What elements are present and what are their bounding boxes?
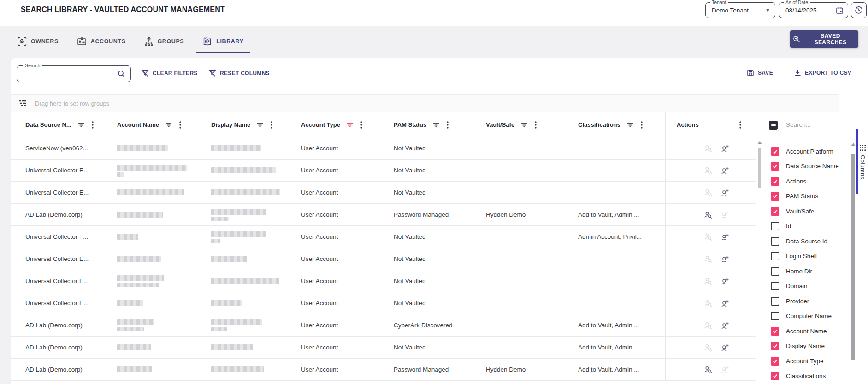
panel-scrollbar[interactable] <box>851 141 856 384</box>
person-add-icon[interactable] <box>720 255 729 263</box>
column-menu-icon[interactable] <box>739 121 741 129</box>
person-search-icon[interactable] <box>704 166 713 175</box>
person-add-icon[interactable] <box>720 299 729 307</box>
person-add-icon[interactable] <box>720 366 729 374</box>
person-add-icon[interactable] <box>720 144 729 153</box>
filter-icon[interactable] <box>627 122 633 128</box>
column-toggle-item[interactable]: Home Dir <box>771 266 850 276</box>
tab-library[interactable]: LIBRARY <box>196 31 249 53</box>
column-header-data-source[interactable]: Data Source N... <box>11 112 108 137</box>
export-csv-button[interactable]: EXPORT TO CSV <box>794 69 851 77</box>
column-menu-icon[interactable] <box>360 121 362 129</box>
column-header-account-type[interactable]: Account Type <box>292 112 386 137</box>
search-icon[interactable] <box>118 70 125 78</box>
person-search-icon[interactable] <box>704 233 713 241</box>
filter-icon[interactable] <box>78 122 84 128</box>
column-header-vault-safe[interactable]: Vault/Safe <box>478 112 571 137</box>
checkbox-icon[interactable] <box>771 147 779 156</box>
person-search-icon[interactable] <box>704 255 713 263</box>
calendar-icon[interactable] <box>836 6 844 14</box>
column-header-pam-status[interactable]: PAM Status <box>386 112 478 137</box>
checkbox-icon[interactable] <box>771 222 779 230</box>
column-menu-icon[interactable] <box>92 121 94 129</box>
column-toggle-item[interactable]: Account Name <box>771 326 850 336</box>
column-toggle-item[interactable]: Actions <box>771 177 850 186</box>
column-menu-icon[interactable] <box>535 121 537 129</box>
column-header-account-name[interactable]: Account Name <box>108 112 202 137</box>
column-toggle-item[interactable]: Data Source Name <box>771 162 850 171</box>
checkbox-icon[interactable] <box>771 237 779 246</box>
checkbox-icon[interactable] <box>771 312 779 320</box>
checkbox-icon[interactable] <box>771 342 779 350</box>
column-toggle-item[interactable]: Display Name <box>771 342 850 351</box>
person-search-icon[interactable] <box>704 299 713 307</box>
person-add-icon[interactable] <box>720 321 729 330</box>
reset-columns-button[interactable]: RESET COLUMNS <box>208 69 270 77</box>
person-search-icon[interactable] <box>704 321 713 330</box>
checkbox-icon[interactable] <box>771 162 779 171</box>
filter-icon[interactable] <box>257 122 263 128</box>
tab-owners[interactable]: OWNERS <box>12 31 65 53</box>
checkbox-icon[interactable] <box>771 267 779 276</box>
scroll-up-icon[interactable] <box>757 141 762 144</box>
column-toggle-item[interactable]: Id <box>771 222 850 231</box>
search-input[interactable] <box>17 71 118 77</box>
column-menu-icon[interactable] <box>179 121 181 129</box>
as-of-date-field[interactable]: As of Date 08/14/2025 <box>779 2 848 18</box>
person-add-icon[interactable] <box>720 343 729 352</box>
person-search-icon[interactable] <box>704 211 713 219</box>
column-toggle-item[interactable]: Login Shell <box>771 252 850 261</box>
row-group-panel[interactable]: Drag here to set row groups <box>11 94 839 112</box>
column-toggle-item[interactable]: Classifications <box>771 372 850 381</box>
checkbox-icon[interactable] <box>771 282 779 290</box>
column-toggle-item[interactable]: Provider <box>771 296 850 306</box>
person-add-icon[interactable] <box>720 211 729 219</box>
person-add-icon[interactable] <box>720 233 729 241</box>
column-menu-icon[interactable] <box>271 121 272 129</box>
person-add-icon[interactable] <box>720 166 729 175</box>
panel-scrollbar-thumb[interactable] <box>851 154 855 360</box>
column-header-actions[interactable]: Actions <box>665 112 756 137</box>
column-toggle-item[interactable]: PAM Status <box>771 192 850 201</box>
filter-icon[interactable] <box>521 122 527 128</box>
select-all-columns-checkbox[interactable] <box>769 121 778 130</box>
checkbox-icon[interactable] <box>771 372 779 380</box>
checkbox-icon[interactable] <box>771 192 779 201</box>
columns-panel-tab[interactable]: Columns <box>859 145 866 179</box>
column-toggle-item[interactable]: Account Type <box>771 356 850 366</box>
person-search-icon[interactable] <box>704 144 713 153</box>
table-scrollbar-thumb[interactable] <box>758 148 761 188</box>
person-add-icon[interactable] <box>720 277 729 285</box>
checkbox-icon[interactable] <box>771 177 779 186</box>
checkbox-icon[interactable] <box>771 207 779 216</box>
filter-icon[interactable] <box>433 122 439 128</box>
column-toggle-item[interactable]: Domain <box>771 282 850 291</box>
checkbox-icon[interactable] <box>771 327 779 336</box>
column-menu-icon[interactable] <box>447 121 449 129</box>
column-toggle-item[interactable]: Computer Name <box>771 312 850 321</box>
person-add-icon[interactable] <box>720 189 729 197</box>
column-menu-icon[interactable] <box>641 121 643 129</box>
save-button[interactable]: SAVE <box>747 69 773 77</box>
columns-search-input[interactable] <box>786 120 848 132</box>
tab-accounts[interactable]: ACCOUNTS <box>71 31 132 53</box>
history-button[interactable] <box>851 2 867 18</box>
tenant-select[interactable]: Tenant Demo Tenant ▼ <box>705 2 775 18</box>
column-header-display-name[interactable]: Display Name <box>202 112 292 137</box>
column-toggle-item[interactable]: Data Source Id <box>771 236 850 246</box>
clear-filters-button[interactable]: CLEAR FILTERS <box>141 69 198 77</box>
filter-icon[interactable] <box>165 122 172 128</box>
scroll-up-icon[interactable] <box>851 143 856 146</box>
column-header-classifications[interactable]: Classifications <box>571 112 665 137</box>
person-search-icon[interactable] <box>704 366 713 374</box>
person-search-icon[interactable] <box>704 343 713 352</box>
checkbox-icon[interactable] <box>771 252 779 260</box>
saved-searches-button[interactable]: SAVED SEARCHES <box>790 30 858 48</box>
column-toggle-item[interactable]: Account Platform <box>771 147 850 156</box>
person-search-icon[interactable] <box>704 277 713 285</box>
person-search-icon[interactable] <box>704 189 713 197</box>
checkbox-icon[interactable] <box>771 297 779 306</box>
column-toggle-item[interactable]: Vault/Safe <box>771 207 850 216</box>
filter-icon[interactable] <box>347 122 353 128</box>
tab-groups[interactable]: GROUPS <box>138 31 190 53</box>
